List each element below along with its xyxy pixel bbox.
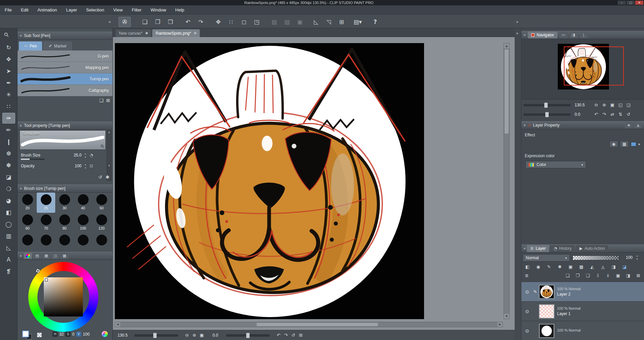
panel-grip-icon[interactable]: «: [20, 186, 22, 191]
blend-mode-dropdown[interactable]: Normal ▾: [523, 254, 570, 262]
snap-to-special-ruler-button[interactable]: ◹: [323, 17, 335, 27]
brush-size-cell-partial[interactable]: [18, 233, 37, 248]
nav-flip-vertical-icon[interactable]: ⇅: [617, 111, 624, 118]
new-raster-layer-button[interactable]: ❏: [562, 272, 573, 279]
show-all-layers-icon[interactable]: ◉: [533, 263, 544, 271]
workspace-menu-button[interactable]: ▤▾: [352, 17, 364, 27]
brush-size-cell-partial[interactable]: [92, 233, 111, 248]
open-file-button[interactable]: ❐: [152, 17, 164, 27]
tab-history[interactable]: ◔ History: [550, 245, 575, 252]
brush-size-cell-70[interactable]: 70: [37, 213, 55, 233]
brush-size-cell-partial[interactable]: [37, 233, 55, 248]
layer-color-effect-button[interactable]: [631, 142, 636, 146]
zoom-tool[interactable]: ⚲: [0, 26, 15, 43]
navigator-view-frame[interactable]: [564, 46, 624, 86]
subtool-item-g-pen[interactable]: G-pen: [18, 50, 113, 62]
nav-fit-icon[interactable]: ▣: [609, 102, 616, 108]
layer-opacity-slider[interactable]: [573, 256, 619, 260]
help-button[interactable]: ?: [369, 17, 381, 27]
layer-thumbnail[interactable]: [539, 285, 554, 299]
maximize-button[interactable]: ▢: [626, 1, 635, 5]
layer-opacity-value[interactable]: 100: [622, 255, 633, 260]
tone-effect-button[interactable]: ▩: [620, 141, 629, 147]
brush-size-value[interactable]: 25.0: [67, 153, 82, 158]
brush-size-cell-60[interactable]: 60: [18, 213, 37, 233]
nav-zoom-in-icon[interactable]: ⊕: [601, 102, 608, 108]
navigator-zoom-slider[interactable]: [523, 104, 571, 106]
brush-tool[interactable]: ❙: [2, 136, 15, 147]
expression-color-dropdown[interactable]: Color ▾: [525, 161, 586, 168]
close-button[interactable]: ✕: [635, 1, 643, 5]
new-file-button[interactable]: ❏: [139, 17, 151, 27]
scroll-left-icon[interactable]: ◀: [115, 322, 120, 327]
tool-property-panel-header[interactable]: « Tool property [Turnip pen]: [18, 122, 113, 130]
move-layer-tool[interactable]: ✥: [2, 54, 15, 65]
opacity-value[interactable]: 100: [67, 164, 82, 168]
brush-size-cell-25[interactable]: 25: [37, 193, 55, 213]
rotate-left-icon[interactable]: ↶: [275, 332, 282, 339]
nav-actual-size-icon[interactable]: ◱: [617, 102, 624, 108]
combine-to-lower-button[interactable]: ⇓: [603, 272, 613, 279]
delete-layer-button[interactable]: ⊠: [633, 272, 643, 279]
brush-size-slider[interactable]: [21, 159, 44, 160]
tab-pen[interactable]: ✑ Pen: [19, 41, 42, 50]
menu-window[interactable]: Window: [151, 7, 166, 12]
nav-rotate-right-icon[interactable]: ↷: [601, 111, 608, 118]
save-file-button[interactable]: ❒: [164, 17, 176, 27]
selection-tool[interactable]: ∷: [2, 101, 15, 112]
minimize-button[interactable]: –: [618, 1, 626, 5]
brush-size-cell-80[interactable]: 80: [55, 213, 74, 233]
sv-marker[interactable]: [45, 278, 48, 281]
menu-layer[interactable]: Layer: [66, 7, 77, 12]
scroll-down-icon[interactable]: ▼: [504, 314, 509, 319]
mask-to-selection-button[interactable]: ◨: [623, 272, 633, 279]
color-panel-header[interactable]: « ▤ ▦ ◫ ▩: [18, 252, 113, 260]
document-tab-rainbowspots[interactable]: RainbowSpots.png*: [152, 29, 200, 37]
tab-auto-action[interactable]: ▶ Auto Action: [576, 245, 608, 252]
edit-pin-icon[interactable]: ✎: [544, 263, 554, 271]
vertical-scroll-thumb[interactable]: [505, 49, 509, 134]
brush-size-stepper[interactable]: ▴▾: [84, 152, 87, 159]
intermediate-color-tab[interactable]: ◫: [51, 253, 59, 259]
opacity-dynamics-icon[interactable]: ⊡: [90, 164, 93, 168]
rotation-slider[interactable]: [226, 334, 270, 337]
brush-size-cell-120[interactable]: 120: [92, 213, 111, 233]
ruler-tool[interactable]: ◺: [2, 242, 15, 253]
undo-button[interactable]: ↶: [182, 17, 194, 27]
color-wheel-tab[interactable]: [24, 253, 32, 259]
redo-button[interactable]: ↷: [195, 17, 207, 27]
snap-to-ruler-button[interactable]: ◺: [310, 17, 322, 27]
border-effect-button[interactable]: ◉: [609, 141, 618, 147]
move-canvas-button[interactable]: ✥: [212, 17, 224, 27]
layer-color-toggle-icon[interactable]: ◧: [522, 263, 533, 271]
subtool-item-turnip-pen[interactable]: Turnip pen: [18, 73, 113, 85]
eyedropper-tool[interactable]: ✒: [2, 77, 15, 88]
layer-color-chip-icon[interactable]: ◪: [619, 263, 630, 271]
brush-size-cell-partial[interactable]: [55, 233, 74, 248]
canvas-artwork[interactable]: [115, 43, 424, 319]
menu-selection[interactable]: Selection: [86, 7, 104, 12]
collapse-left-panels-button[interactable]: «: [108, 20, 111, 24]
brush-size-dynamics-icon[interactable]: ◔: [90, 153, 93, 158]
navigator-rotation-slider[interactable]: [523, 113, 571, 116]
reset-rotation-icon[interactable]: ↺: [290, 332, 297, 339]
flip-view-icon[interactable]: ⊞: [297, 332, 304, 339]
menu-filter[interactable]: Filter: [132, 7, 141, 12]
fill-tool[interactable]: ◕: [2, 195, 15, 206]
decoration-tool[interactable]: ✽: [2, 160, 15, 171]
tab-navigator[interactable]: Navigator: [528, 32, 557, 38]
zoom-out-icon[interactable]: ⊖: [184, 332, 190, 339]
tab-marker[interactable]: ✐ Marker: [43, 41, 72, 50]
canvas-horizontal-scrollbar[interactable]: ◀ ▶: [115, 322, 503, 327]
layer-visibility-eye-icon[interactable]: ⊙: [523, 289, 532, 295]
panel-grip-icon[interactable]: «: [523, 246, 526, 251]
lock-transparent-pixels-icon[interactable]: ▩: [576, 263, 587, 271]
clear-selection-button[interactable]: ◻: [238, 17, 250, 27]
pencil-tool[interactable]: ✏: [2, 125, 15, 135]
subtool-item-calligraphy[interactable]: Calligraphy: [18, 85, 113, 96]
color-mixer-icon[interactable]: [102, 331, 108, 337]
rotate-canvas-tool[interactable]: ↻: [2, 42, 15, 53]
brush-size-panel-header[interactable]: « Brush size [Turnip pen]: [18, 184, 113, 193]
tab-layer[interactable]: ≣ Layer: [527, 245, 549, 252]
nav-flip-horizontal-icon[interactable]: ⇄: [609, 111, 616, 118]
